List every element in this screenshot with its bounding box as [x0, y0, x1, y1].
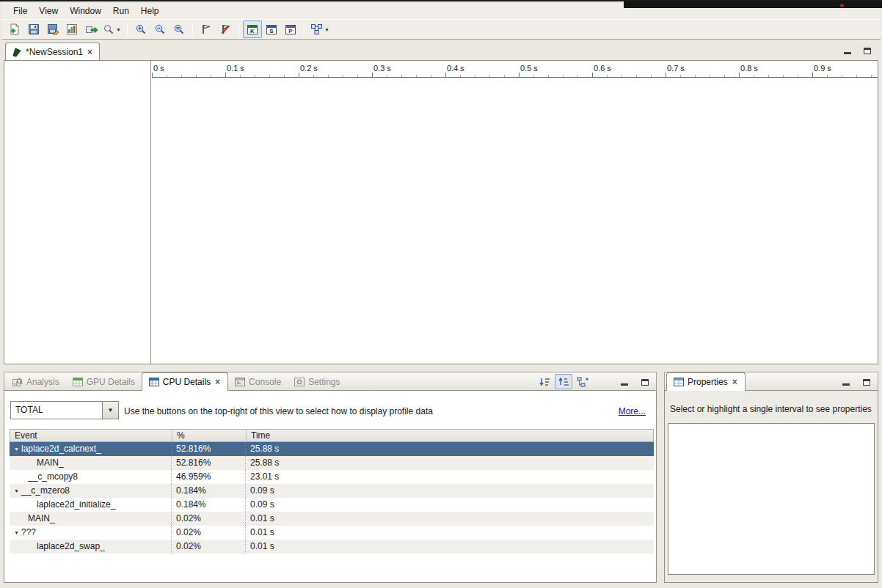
table-row[interactable]: MAIN_ 52.816% 25.88 s	[10, 456, 654, 470]
console-icon	[235, 378, 245, 386]
sort-by-time-icon	[539, 377, 550, 387]
cpu-details-icon	[149, 378, 159, 386]
header-time[interactable]: Time	[246, 430, 653, 441]
menu-run[interactable]: Run	[107, 4, 135, 18]
menu-window[interactable]: Window	[64, 4, 107, 18]
event-percent: 52.816%	[171, 456, 245, 470]
maximize-button[interactable]	[861, 45, 874, 56]
cpu-events-table: Event % Time ▼laplace2d_calcnext_ 52.816…	[10, 429, 654, 554]
editor-tabbar: *NewSession1 ×	[4, 42, 878, 60]
expand-arrow-icon[interactable]: ▼	[12, 526, 21, 540]
table-row[interactable]: laplace2d_swap_ 0.02% 0.01 s	[10, 540, 654, 554]
save-as-button[interactable]	[43, 21, 62, 38]
minimize-button[interactable]	[618, 376, 631, 388]
sort-by-time-button[interactable]	[536, 374, 553, 389]
ruler-tick: 0.4 s	[447, 64, 464, 73]
tab-console-label: Console	[249, 377, 281, 387]
tab-properties[interactable]: Properties ×	[666, 372, 746, 391]
chevron-down-icon: ▼	[108, 407, 114, 414]
tab-gpu-details-label: GPU Details	[87, 377, 135, 387]
close-icon[interactable]: ×	[732, 377, 738, 387]
timeline-canvas[interactable]: 0 s 0.1 s 0.2 s 0.3 s 0.4 s 0.5 s 0.6 s …	[4, 60, 878, 364]
menu-view[interactable]: View	[33, 4, 64, 18]
header-event[interactable]: Event	[10, 430, 172, 441]
screen-artifact	[624, 1, 882, 8]
event-time: 0.09 s	[245, 484, 654, 498]
tab-console[interactable]: Console	[228, 374, 288, 390]
minimize-icon	[842, 379, 850, 386]
minimize-button[interactable]	[839, 376, 853, 388]
toolbar-separator	[192, 23, 193, 36]
table-row[interactable]: ▼laplace2d_calcnext_ 52.816% 25.88 s	[10, 442, 654, 456]
export-profile-icon	[85, 23, 98, 35]
table-row[interactable]: laplace2d_initialize_ 0.184% 0.09 s	[10, 498, 654, 512]
snapshot-button[interactable]: ▼	[101, 21, 123, 38]
panel-window-buttons	[618, 376, 652, 388]
marker-forward-icon	[200, 23, 212, 35]
run-analysis-button[interactable]: ▼	[308, 21, 332, 38]
export-profile-button[interactable]	[81, 21, 101, 38]
table-row[interactable]: MAIN_ 0.02% 0.01 s	[10, 512, 654, 526]
properties-body: Select or highlight a single interval to…	[664, 390, 878, 583]
marker-forward-button[interactable]	[197, 21, 216, 38]
display-mode-combo[interactable]: TOTAL ▼	[10, 401, 119, 419]
combo-dropdown-button[interactable]: ▼	[102, 402, 118, 419]
close-icon[interactable]: ×	[214, 377, 221, 387]
session-tab[interactable]: *NewSession1 ×	[5, 43, 100, 60]
tab-analysis-label: Analysis	[26, 377, 59, 387]
zoom-in-button[interactable]	[131, 21, 150, 38]
expand-arrow-icon[interactable]: ▼	[12, 484, 21, 498]
zoom-fit-button[interactable]	[170, 21, 189, 38]
editor-window-buttons	[841, 45, 874, 56]
save-button[interactable]	[24, 21, 43, 38]
menu-help[interactable]: Help	[135, 4, 165, 18]
timeline-names-pane	[4, 61, 151, 364]
tab-gpu-details[interactable]: GPU Details	[66, 374, 142, 390]
profile-chart-button[interactable]	[62, 21, 81, 38]
nvvp-window: { "menu": { "items": ["File", "View", "W…	[0, 0, 882, 588]
show-hierarchy-button[interactable]	[574, 374, 591, 389]
header-percent[interactable]: %	[172, 430, 246, 441]
snapshot-dropdown-arrow: ▼	[116, 27, 121, 32]
group-by-thread-button[interactable]	[555, 374, 572, 389]
tab-settings[interactable]: Settings	[288, 374, 346, 390]
event-name: __c_mzero8	[21, 484, 70, 498]
properties-tabbar: Properties ×	[664, 372, 878, 391]
maximize-button[interactable]	[860, 376, 873, 388]
menu-file[interactable]: File	[7, 4, 33, 18]
maximize-button[interactable]	[638, 376, 652, 388]
event-percent: 0.184%	[171, 484, 245, 498]
stream-mode-button[interactable]: S	[262, 21, 281, 38]
properties-content-box[interactable]	[668, 423, 875, 575]
kernel-mode-button[interactable]: K	[243, 21, 262, 38]
ruler-tick: 0.8 s	[740, 64, 758, 73]
tab-analysis[interactable]: Analysis	[6, 374, 66, 390]
table-row[interactable]: ▼??? 0.02% 0.01 s	[10, 526, 654, 540]
svg-text:S: S	[269, 28, 274, 34]
ruler-tick: 0.1 s	[227, 64, 244, 73]
tab-cpu-details[interactable]: CPU Details ×	[142, 372, 228, 391]
event-time: 0.09 s	[245, 498, 654, 512]
event-percent: 0.02%	[171, 526, 245, 540]
close-icon[interactable]: ×	[87, 47, 93, 57]
table-row[interactable]: __c_mcopy8 46.959% 23.01 s	[10, 470, 654, 484]
table-row[interactable]: ▼__c_mzero8 0.184% 0.09 s	[10, 484, 654, 498]
svg-text:P: P	[288, 28, 293, 34]
maximize-icon	[864, 48, 871, 54]
marker-backward-button[interactable]	[216, 21, 235, 38]
minimize-button[interactable]	[841, 45, 854, 56]
display-hint: Use the buttons on the top-right of this…	[124, 406, 433, 416]
event-time: 0.01 s	[245, 512, 654, 526]
process-mode-button[interactable]: P	[281, 21, 300, 38]
tab-cpu-details-label: CPU Details	[163, 377, 211, 387]
event-name: ???	[21, 526, 36, 540]
event-name: MAIN_	[37, 456, 64, 470]
new-session-button[interactable]	[5, 21, 24, 38]
expand-arrow-icon[interactable]: ▼	[12, 442, 21, 456]
zoom-out-button[interactable]	[150, 21, 170, 38]
cpu-details-body: TOTAL ▼ Use the buttons on the top-right…	[4, 390, 657, 583]
more-link[interactable]: More...	[619, 406, 646, 416]
show-hierarchy-icon	[577, 377, 588, 387]
toolbar-separator	[127, 23, 128, 36]
event-percent: 52.816%	[171, 442, 245, 456]
